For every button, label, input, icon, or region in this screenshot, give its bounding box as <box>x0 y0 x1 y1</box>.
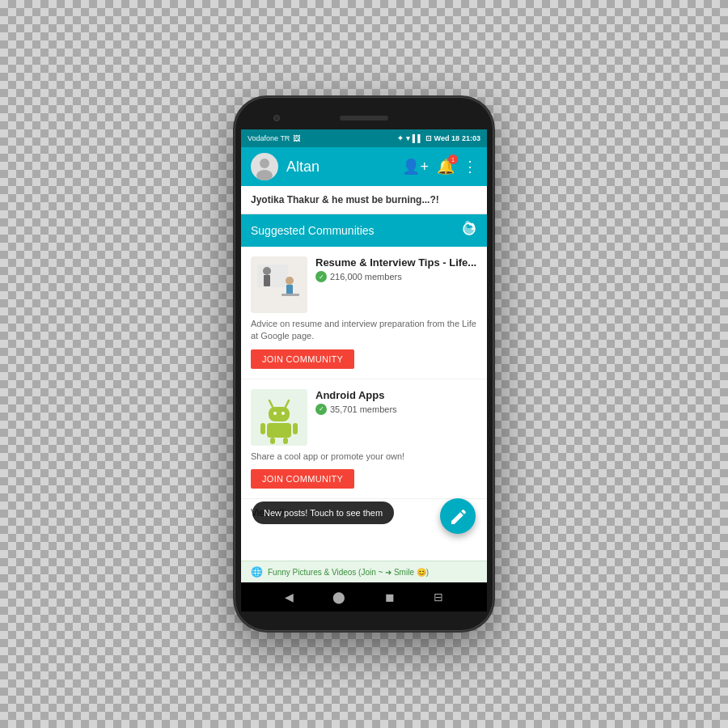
date-text: Wed 18 <box>434 134 459 142</box>
community-members-resume: ✓ 216,000 members <box>315 271 477 282</box>
signal-icon: ▌▌ <box>413 134 423 142</box>
status-left: Vodafone TR 🖼 <box>248 134 300 142</box>
community-card-resume: Resume & Interview Tips - Life... ✓ 216,… <box>241 247 487 379</box>
status-bar: Vodafone TR 🖼 ✦ ▾ ▌▌ ⊡ Wed 18 21:03 <box>241 129 487 147</box>
menu-button[interactable]: ⊟ <box>434 590 443 603</box>
svg-rect-17 <box>260 423 265 434</box>
notification-badge: 1 <box>448 154 458 164</box>
compose-fab[interactable] <box>440 498 476 534</box>
carrier-text: Vodafone TR <box>248 134 290 142</box>
new-posts-tooltip[interactable]: New posts! Touch to see them <box>252 502 394 524</box>
app-bar-actions: 👤+ 🔔 1 ⋮ <box>402 158 477 176</box>
avatar[interactable] <box>251 153 278 180</box>
suggested-communities-header: Suggested Communities <box>241 214 487 247</box>
bottom-notif-text: Funny Pictures & Videos (Join ~ ➜ Smile … <box>268 568 429 577</box>
join-community-button-android[interactable]: Join community <box>251 469 354 489</box>
phone-top <box>241 107 487 129</box>
svg-rect-6 <box>264 275 270 286</box>
phone-device: Vodafone TR 🖼 ✦ ▾ ▌▌ ⊡ Wed 18 21:03 Alta… <box>235 97 493 631</box>
time-text: 21:03 <box>462 134 480 142</box>
community-thumb-resume <box>251 256 307 313</box>
bluetooth-icon: ✦ <box>397 134 404 142</box>
svg-rect-8 <box>286 285 293 294</box>
community-info-android: Android Apps ✓ 35,701 members <box>315 389 477 446</box>
bottom-notification[interactable]: 🌐 Funny Pictures & Videos (Join ~ ➜ Smil… <box>241 561 487 582</box>
post-preview[interactable]: Jyotika Thakur & he must be burning...?! <box>241 186 487 214</box>
wifi-icon: ▾ <box>406 134 410 142</box>
community-thumb-android <box>251 389 307 446</box>
app-bar: Altan 👤+ 🔔 1 ⋮ <box>241 147 487 186</box>
members-icon-android: ✓ <box>315 404 327 415</box>
status-right: ✦ ▾ ▌▌ ⊡ Wed 18 21:03 <box>397 134 480 142</box>
add-people-icon[interactable]: 👤+ <box>402 158 429 176</box>
community-top-android: Android Apps ✓ 35,701 members <box>251 389 477 446</box>
post-text: & he must be burning...?! <box>322 194 439 205</box>
community-members-android: ✓ 35,701 members <box>315 404 477 415</box>
svg-rect-19 <box>270 438 275 444</box>
community-icon-small: 🌐 <box>251 566 263 578</box>
refresh-icon[interactable] <box>461 221 477 241</box>
back-button[interactable]: ◀ <box>285 590 294 603</box>
svg-point-0 <box>260 159 269 168</box>
recents-button[interactable]: ◼ <box>385 590 395 603</box>
svg-point-1 <box>256 170 273 180</box>
svg-rect-9 <box>281 294 299 296</box>
section-title: Suggested Communities <box>251 224 375 237</box>
phone-speaker <box>340 116 388 121</box>
phone-screen: Vodafone TR 🖼 ✦ ▾ ▌▌ ⊡ Wed 18 21:03 Alta… <box>241 129 487 582</box>
community-name-android: Android Apps <box>315 389 477 401</box>
svg-point-14 <box>273 412 277 415</box>
app-bar-title: Altan <box>286 159 394 176</box>
tooltip-text: New posts! Touch to see them <box>264 508 383 518</box>
home-button[interactable]: ⬤ <box>332 590 345 603</box>
join-community-button-resume[interactable]: Join community <box>251 349 354 369</box>
phone-camera <box>273 115 280 121</box>
notification-icon: 🖼 <box>293 134 300 142</box>
battery-icon: ⊡ <box>425 134 432 142</box>
community-info-resume: Resume & Interview Tips - Life... ✓ 216,… <box>315 256 477 313</box>
community-desc-android: Share a cool app or promote your own! <box>251 451 477 463</box>
svg-point-15 <box>281 412 285 415</box>
post-author: Jyotika Thakur <box>251 194 320 205</box>
android-nav-bar: ◀ ⬤ ◼ ⊟ <box>241 582 487 612</box>
svg-point-5 <box>263 267 271 275</box>
notifications-icon[interactable]: 🔔 1 <box>437 158 455 176</box>
members-icon: ✓ <box>315 271 327 282</box>
svg-rect-11 <box>269 407 290 421</box>
svg-point-7 <box>286 277 294 285</box>
community-card-android: Android Apps ✓ 35,701 members Share a co… <box>241 379 487 499</box>
community-desc-resume: Advice on resume and interview preparati… <box>251 318 477 343</box>
more-options-icon[interactable]: ⋮ <box>463 158 477 176</box>
community-top-resume: Resume & Interview Tips - Life... ✓ 216,… <box>251 256 477 313</box>
svg-rect-4 <box>257 265 288 287</box>
svg-rect-20 <box>283 438 288 444</box>
svg-rect-18 <box>293 423 298 434</box>
svg-rect-16 <box>267 423 291 438</box>
community-name-resume: Resume & Interview Tips - Life... <box>315 256 477 269</box>
